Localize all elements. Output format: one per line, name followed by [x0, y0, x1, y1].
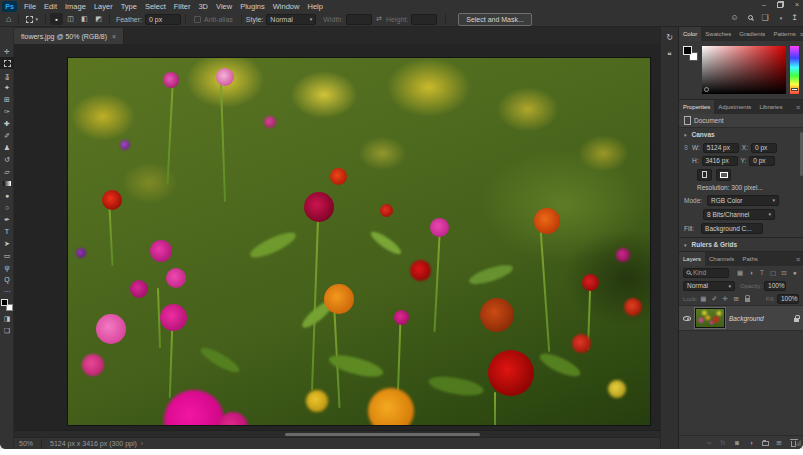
hue-slider-handle[interactable]: [791, 88, 798, 91]
quick-mask-icon[interactable]: ◨: [0, 312, 14, 324]
style-select[interactable]: Normal▾: [266, 14, 316, 25]
tab-libraries[interactable]: Libraries: [755, 100, 786, 114]
menu-file[interactable]: File: [20, 2, 40, 11]
layer-lock-icon[interactable]: [794, 318, 799, 322]
color-picker-handle[interactable]: [704, 87, 709, 92]
pen-tool-icon[interactable]: ✒: [0, 213, 14, 225]
workspace-icon[interactable]: ❑: [762, 13, 769, 22]
type-tool-icon[interactable]: T: [0, 225, 14, 237]
menu-select[interactable]: Select: [141, 2, 170, 11]
document-type-row[interactable]: Document: [679, 114, 803, 128]
close-button[interactable]: ×: [795, 1, 799, 8]
lock-transparency-icon[interactable]: ▦: [699, 295, 707, 303]
portrait-orientation-button[interactable]: [697, 169, 712, 181]
blur-tool-icon[interactable]: ●: [0, 189, 14, 201]
canvas-section-header[interactable]: ▾ Canvas: [679, 128, 803, 141]
link-layers-icon[interactable]: ∞: [705, 439, 713, 446]
horizontal-scrollbar[interactable]: [14, 430, 660, 437]
history-brush-tool-icon[interactable]: ↺: [0, 153, 14, 165]
healing-brush-tool-icon[interactable]: ✚: [0, 117, 14, 129]
layer-row-background[interactable]: Background: [679, 305, 803, 331]
foreground-color-swatch[interactable]: [1, 299, 8, 306]
layer-visibility-icon[interactable]: [683, 316, 691, 321]
resize-grip[interactable]: ◢: [795, 439, 801, 447]
width-input[interactable]: [346, 14, 372, 25]
swap-dimensions-icon[interactable]: ⇄: [376, 15, 382, 23]
rulers-grids-section-header[interactable]: ▾ Rulers & Grids: [679, 238, 803, 251]
history-icon[interactable]: ↻: [666, 33, 673, 42]
share-icon[interactable]: ↥: [791, 13, 798, 22]
clone-stamp-tool-icon[interactable]: ♟: [0, 141, 14, 153]
new-selection-icon[interactable]: ▪: [50, 13, 63, 25]
color-mode-select[interactable]: RGB Color▾: [707, 195, 779, 206]
foreground-background-swatches[interactable]: [1, 299, 13, 311]
zoom-level[interactable]: 50%: [19, 440, 33, 447]
account-icon[interactable]: ☺: [730, 13, 738, 22]
type-filter-icon[interactable]: T: [758, 269, 766, 277]
edit-toolbar-icon[interactable]: ⋯: [0, 285, 14, 297]
hand-tool-icon[interactable]: ψ: [0, 261, 14, 273]
tab-adjustments[interactable]: Adjustments: [714, 100, 755, 114]
filter-toggle-icon[interactable]: ●: [791, 269, 799, 277]
menu-window[interactable]: Window: [269, 2, 304, 11]
scrollbar-thumb[interactable]: [285, 433, 480, 436]
gradient-tool-icon[interactable]: [0, 177, 14, 189]
move-tool-icon[interactable]: ✛: [0, 45, 14, 57]
canvas-image[interactable]: [68, 58, 650, 425]
subtract-from-selection-icon[interactable]: ◧: [78, 13, 91, 25]
canvas-workspace[interactable]: [14, 44, 660, 430]
eraser-tool-icon[interactable]: ▱: [0, 165, 14, 177]
lock-all-icon[interactable]: [743, 295, 751, 303]
tab-swatches[interactable]: Swatches: [701, 27, 735, 41]
tab-channels[interactable]: Channels: [705, 252, 738, 266]
smart-object-filter-icon[interactable]: ⊡: [780, 269, 788, 277]
marquee-tool-preset[interactable]: ▾: [23, 13, 41, 26]
menu-layer[interactable]: Layer: [90, 2, 117, 11]
tab-patterns[interactable]: Patterns: [769, 27, 799, 41]
layer-effects-icon[interactable]: fx: [719, 439, 727, 446]
layer-thumbnail[interactable]: [695, 308, 725, 328]
path-selection-tool-icon[interactable]: ➤: [0, 237, 14, 249]
canvas-height-input[interactable]: 3416 px: [702, 156, 738, 166]
menu-filter[interactable]: Filter: [170, 2, 195, 11]
intersect-selection-icon[interactable]: ◩: [92, 13, 105, 25]
color-swatches[interactable]: [683, 46, 698, 61]
tab-color[interactable]: Color: [679, 27, 701, 41]
link-dimensions-icon[interactable]: ∞: [683, 145, 690, 150]
lock-artboard-icon[interactable]: ⊞: [732, 295, 740, 303]
panel-menu-icon[interactable]: ≡: [796, 252, 803, 266]
layer-mask-icon[interactable]: ◙: [733, 439, 741, 446]
menu-help[interactable]: Help: [303, 2, 326, 11]
comments-icon[interactable]: ❝: [667, 51, 671, 60]
bit-depth-select[interactable]: 8 Bits/Channel▾: [703, 209, 775, 220]
home-icon[interactable]: ⌂: [3, 13, 14, 26]
restore-button[interactable]: [777, 1, 784, 8]
screen-mode-icon[interactable]: ❏: [0, 324, 14, 336]
eyedropper-tool-icon[interactable]: ✑: [0, 105, 14, 117]
status-chevron-icon[interactable]: ›: [141, 440, 143, 447]
menu-edit[interactable]: Edit: [40, 2, 61, 11]
lock-position-icon[interactable]: ✛: [721, 295, 729, 303]
menu-view[interactable]: View: [212, 2, 236, 11]
canvas-width-input[interactable]: 5124 px: [703, 143, 739, 153]
new-group-icon[interactable]: [761, 439, 769, 446]
brush-tool-icon[interactable]: ✐: [0, 129, 14, 141]
menu-image[interactable]: Image: [61, 2, 90, 11]
tab-gradients[interactable]: Gradients: [735, 27, 769, 41]
foreground-color-swatch[interactable]: [683, 46, 692, 55]
select-and-mask-button[interactable]: Select and Mask...: [458, 13, 532, 26]
tab-layers[interactable]: Layers: [679, 252, 705, 266]
pixel-filter-icon[interactable]: ▦: [736, 269, 744, 277]
new-layer-icon[interactable]: ⊞: [775, 439, 783, 447]
tab-paths[interactable]: Paths: [738, 252, 761, 266]
feather-input[interactable]: 0 px: [145, 14, 181, 25]
layer-filter-search[interactable]: Kind: [683, 268, 729, 278]
crop-tool-icon[interactable]: ⊞: [0, 93, 14, 105]
shape-filter-icon[interactable]: ▢: [769, 269, 777, 277]
zoom-tool-icon[interactable]: Q: [0, 273, 14, 285]
saturation-picker[interactable]: [702, 46, 786, 94]
adjustment-filter-icon[interactable]: ◑: [747, 269, 755, 277]
document-tab[interactable]: flowers.jpg @ 50% (RGB/8) ×: [14, 28, 124, 44]
dodge-tool-icon[interactable]: ○: [0, 201, 14, 213]
anti-alias-checkbox[interactable]: Anti-alias: [194, 16, 233, 23]
